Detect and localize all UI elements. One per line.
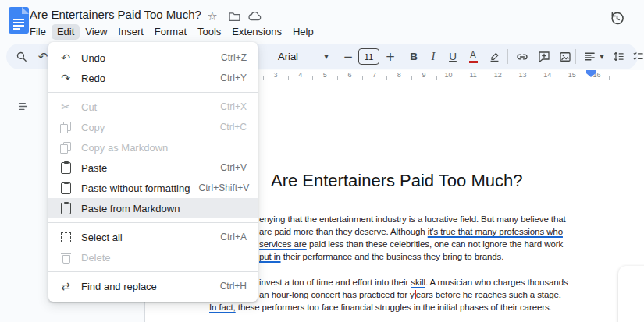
ruler-minor-tick bbox=[511, 76, 511, 80]
insert-image-icon[interactable] bbox=[555, 44, 575, 69]
search-menus-icon[interactable] bbox=[9, 44, 33, 69]
underline-button[interactable]: U bbox=[443, 44, 462, 69]
document-heading[interactable]: Are Entertainers Paid Too Much? bbox=[271, 171, 522, 191]
menu-item-copy-as-markdown: Copy as Markdown bbox=[48, 137, 258, 157]
menu-item-label: Copy bbox=[81, 122, 212, 133]
star-icon[interactable]: ☆ bbox=[205, 9, 219, 23]
insert-link-icon[interactable] bbox=[512, 44, 532, 69]
menu-item-shortcut: Ctrl+H bbox=[220, 281, 247, 292]
chevron-down-icon[interactable]: ▾ bbox=[320, 44, 333, 69]
menu-format[interactable]: Format bbox=[149, 24, 192, 40]
text-run: an hour-long concert has practiced for y bbox=[259, 290, 415, 299]
copy-icon bbox=[59, 120, 73, 134]
menu-item-paste-from-markdown[interactable]: Paste from Markdown bbox=[48, 198, 258, 218]
text-run: enying that the entertainment industry i… bbox=[259, 214, 566, 224]
ruler-tick: 8 bbox=[397, 71, 401, 79]
menubar: FileEditViewInsertFormatToolsExtensionsH… bbox=[24, 24, 319, 40]
ruler-minor-tick bbox=[436, 76, 437, 80]
ruler-minor-tick bbox=[337, 76, 338, 80]
undo-icon: ↶ bbox=[59, 51, 73, 65]
menu-insert[interactable]: Insert bbox=[112, 24, 149, 40]
ruler-tick: 9 bbox=[422, 71, 425, 79]
menu-tools[interactable]: Tools bbox=[192, 24, 226, 40]
menu-divider bbox=[48, 271, 258, 272]
ruler-tick: 14 bbox=[543, 71, 551, 79]
bold-button[interactable]: B bbox=[404, 44, 423, 69]
increase-font-size-button[interactable]: + bbox=[382, 44, 398, 69]
toolbar-divider bbox=[575, 49, 576, 64]
ruler-tick: 6 bbox=[347, 71, 351, 79]
add-comment-icon[interactable] bbox=[534, 44, 554, 69]
doc-text-line[interactable]: services are paid less than these celebr… bbox=[259, 238, 563, 250]
text-run: . A musician who charges thousands bbox=[425, 278, 568, 287]
text-run: In fact, bbox=[209, 303, 236, 312]
menu-item-select-all[interactable]: Select allCtrl+A bbox=[48, 227, 258, 247]
doc-text-line[interactable]: an hour-long concert has practiced for y… bbox=[259, 288, 561, 301]
ruler-tick: 13 bbox=[518, 71, 526, 79]
ruler-minor-tick bbox=[585, 76, 585, 80]
menu-help[interactable]: Help bbox=[287, 24, 319, 40]
menu-item-label: Select all bbox=[81, 232, 212, 243]
ruler-minor-tick bbox=[362, 76, 363, 80]
document-title[interactable]: Are Entertainers Paid Too Much? bbox=[30, 8, 201, 21]
cloud-status-icon[interactable] bbox=[247, 9, 262, 23]
menu-item-label: Paste without formatting bbox=[81, 182, 190, 194]
menu-extensions[interactable]: Extensions bbox=[226, 24, 287, 40]
font-size-input[interactable]: 11 bbox=[358, 48, 379, 65]
highlight-color-icon[interactable] bbox=[484, 44, 504, 69]
menu-item-find-and-replace[interactable]: ⇄Find and replaceCtrl+H bbox=[48, 276, 258, 296]
decrease-font-size-button[interactable]: − bbox=[340, 44, 356, 69]
menu-item-label: Paste bbox=[81, 162, 212, 174]
ruler-minor-tick bbox=[263, 76, 264, 80]
doc-text-line[interactable]: enying that the entertainment industry i… bbox=[259, 213, 566, 225]
find-icon: ⇄ bbox=[59, 279, 73, 293]
text-run: ears before he reaches such a stage. bbox=[416, 290, 561, 299]
menu-item-shortcut: Ctrl+X bbox=[220, 101, 247, 112]
menu-item-paste[interactable]: PasteCtrl+V bbox=[48, 157, 258, 178]
edit-menu: ↶UndoCtrl+Z↷RedoCtrl+Y✂CutCtrl+XCopyCtrl… bbox=[48, 42, 258, 302]
menu-item-delete: Delete bbox=[48, 247, 258, 267]
menu-item-paste-without-formatting[interactable]: Paste without formattingCtrl+Shift+V bbox=[48, 178, 258, 198]
doc-text-line[interactable]: are paid more than they deserve. Althoug… bbox=[259, 225, 563, 238]
text-color-button[interactable]: A bbox=[464, 44, 482, 69]
checklist-icon[interactable] bbox=[628, 44, 644, 69]
doc-text-line[interactable]: In fact, these performers too face finan… bbox=[209, 301, 552, 313]
font-family-select[interactable]: Arial bbox=[273, 44, 323, 69]
doc-text-line[interactable]: put in their performance and the busines… bbox=[259, 250, 503, 263]
menu-item-label: Cut bbox=[81, 101, 212, 113]
move-folder-icon[interactable] bbox=[227, 9, 241, 23]
paste-icon bbox=[59, 161, 73, 175]
ruler-minor-tick bbox=[312, 76, 313, 80]
menu-item-label: Redo bbox=[81, 73, 212, 84]
menu-item-undo[interactable]: ↶UndoCtrl+Z bbox=[48, 48, 258, 68]
menu-view[interactable]: View bbox=[80, 24, 112, 40]
ruler-minor-tick bbox=[560, 76, 560, 80]
line-spacing-icon[interactable] bbox=[609, 44, 628, 69]
paste-icon bbox=[59, 201, 73, 215]
menu-item-redo[interactable]: ↷RedoCtrl+Y bbox=[48, 68, 258, 88]
version-history-icon[interactable] bbox=[607, 9, 626, 27]
doc-text-line[interactable]: invest a ton of time and effort into the… bbox=[259, 276, 568, 288]
toolbar-divider bbox=[400, 49, 400, 64]
indent-marker[interactable] bbox=[586, 70, 596, 73]
menu-item-label: Find and replace bbox=[81, 281, 212, 292]
ruler-minor-tick bbox=[609, 76, 610, 80]
italic-button[interactable]: I bbox=[425, 44, 442, 69]
menu-item-shortcut: Ctrl+V bbox=[220, 162, 247, 173]
text-run: these performers too face financial stru… bbox=[236, 303, 552, 312]
menu-item-shortcut: Ctrl+Y bbox=[220, 73, 247, 83]
text-run: are paid more than they deserve. Althoug… bbox=[259, 227, 428, 236]
text-run: put in bbox=[259, 252, 281, 261]
menu-file[interactable]: File bbox=[24, 24, 52, 40]
comment-card[interactable] bbox=[618, 266, 644, 322]
ruler-tick: 7 bbox=[372, 71, 376, 79]
copy-icon bbox=[59, 140, 73, 154]
menu-item-label: Paste from Markdown bbox=[81, 203, 238, 214]
show-outline-icon[interactable] bbox=[12, 96, 33, 116]
ruler-minor-tick bbox=[386, 76, 387, 80]
menu-edit[interactable]: Edit bbox=[52, 24, 80, 40]
align-icon[interactable] bbox=[580, 44, 599, 69]
menu-item-shortcut: Ctrl+Shift+V bbox=[198, 182, 249, 193]
chevron-down-icon[interactable]: ▾ bbox=[597, 44, 607, 69]
text-color-letter: A bbox=[470, 51, 476, 60]
